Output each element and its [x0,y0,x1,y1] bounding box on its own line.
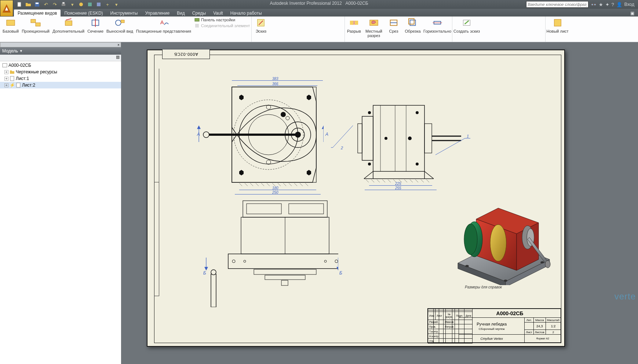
svg-point-41 [203,132,209,138]
user-icon[interactable]: 👤 [616,2,622,7]
isometric-view[interactable] [451,190,553,285]
overlay-view-button[interactable]: AПозиционные представления [135,17,192,34]
tree-item-sheet1[interactable]: +Лист:1 [0,75,121,82]
svg-line-84 [388,179,391,182]
auxiliary-view-button[interactable]: Дополнительный [51,17,85,34]
tree-item-resources[interactable]: +Чертежные ресурсы [0,69,121,75]
nailboard-button[interactable]: Панель настройки [194,17,250,22]
front-view[interactable] [192,197,338,307]
binoculars-icon[interactable]: 👓 [591,2,597,7]
svg-line-53 [261,183,264,186]
tab-manage[interactable]: Управление [141,10,173,17]
section-B-right: Б [339,270,342,276]
svg-rect-9 [31,19,36,23]
svg-line-60 [300,183,303,186]
tree-item-sheet2[interactable]: +⚡Лист:2 [0,82,121,88]
svg-line-89 [415,179,418,182]
drawing-canvas[interactable]: А000-02СБ [121,42,638,364]
top-view[interactable] [184,80,324,193]
svg-line-91 [426,179,429,182]
svg-rect-101 [228,254,338,269]
svg-point-110 [211,270,216,275]
svg-rect-30 [554,19,561,26]
svg-line-88 [410,179,413,182]
search-input[interactable] [526,1,588,8]
browser-close-icon[interactable]: × [116,43,121,47]
svg-point-42 [266,105,271,109]
tree-root[interactable]: А000-02СБ [0,62,121,69]
qat-tool4-icon[interactable]: + [103,1,112,8]
svg-rect-65 [424,124,432,153]
svg-rect-11 [65,21,72,25]
tab-vault[interactable]: Vault [209,10,226,17]
detail-view-button[interactable]: Выносной вид [105,17,134,34]
ref-dims-note: Размеры для справок [465,285,502,289]
login-link[interactable]: Вход [624,2,634,7]
browser-header[interactable]: Модель▼ [0,47,121,55]
svg-point-114 [464,224,477,255]
help-icon[interactable]: ? [612,2,614,7]
section-B-left: Б [203,270,206,276]
svg-rect-21 [355,21,358,25]
svg-rect-3 [62,4,65,6]
qat-save-icon[interactable] [33,1,41,8]
horizontal-button[interactable]: Горизонтально [423,17,452,34]
qat-tool3-icon[interactable] [95,1,103,8]
qat-new-icon[interactable] [15,1,23,8]
tab-getstarted[interactable]: Начало работы [227,10,266,17]
ribbon-collapse-icon[interactable]: ▣ [627,10,638,17]
draft-button[interactable]: Эскиз [252,17,270,34]
slice-button[interactable]: Срез [384,17,403,34]
svg-rect-107 [265,275,305,280]
svg-rect-62 [373,105,424,171]
tab-tools[interactable]: Инструменты [107,10,142,17]
svg-line-51 [250,183,253,186]
section-view-button[interactable]: Сечение [86,17,105,34]
browser-filter-icon[interactable]: ▥ [116,55,120,61]
svg-rect-98 [289,204,324,214]
base-view-button[interactable]: Базовый [1,17,20,34]
svg-point-104 [244,260,246,262]
break-button[interactable]: Разрыв [345,17,363,34]
dim-366: 366 [272,82,278,86]
ribbon-tabs: Размещение видов Пояснение (ESKD) Инстру… [0,9,638,17]
leader-1: 1 [467,134,469,138]
svg-rect-108 [281,280,288,285]
svg-rect-31 [3,63,7,67]
section-A-right: А [325,132,328,137]
svg-line-49 [239,183,242,186]
tab-view[interactable]: Вид [173,10,189,17]
svg-point-120 [504,280,507,282]
favorite-icon[interactable]: ★ [599,2,603,7]
svg-rect-109 [211,274,216,307]
create-sketch-button[interactable]: Создать эскиз [452,17,481,34]
tab-environments[interactable]: Среды [189,10,209,17]
svg-rect-7 [97,3,101,6]
svg-point-5 [79,3,83,6]
svg-point-118 [545,261,550,268]
svg-line-90 [421,179,424,182]
qat-undo-icon[interactable]: ↶ [42,1,50,8]
svg-line-92 [333,125,353,148]
svg-rect-17 [195,18,199,21]
svg-point-74 [416,163,419,165]
qat-redo-icon[interactable]: ↷ [51,1,59,8]
qat-tool2-icon[interactable] [86,1,94,8]
qat-print-icon[interactable] [59,1,68,8]
new-sheet-button[interactable]: Новый лист [546,17,570,34]
app-menu-button[interactable] [0,0,13,17]
info-icon[interactable]: ✦ [605,2,609,7]
svg-rect-0 [18,2,21,7]
qat-tool5-icon[interactable]: ▾ [112,1,120,8]
svg-rect-33 [17,83,20,87]
crop-button[interactable]: Обрезка [404,17,422,34]
svg-point-119 [465,265,469,267]
tab-place-views[interactable]: Размещение видов [14,10,61,17]
tab-annotate-eskd[interactable]: Пояснение (ESKD) [61,10,106,17]
qat-tool1-icon[interactable] [77,1,85,8]
projected-view-button[interactable]: Проекционный [21,17,51,34]
breakout-button[interactable]: Местный разрез [364,17,384,39]
svg-line-81 [371,179,374,182]
qat-open-icon[interactable] [24,1,32,8]
dim-180: 180 [272,186,278,190]
